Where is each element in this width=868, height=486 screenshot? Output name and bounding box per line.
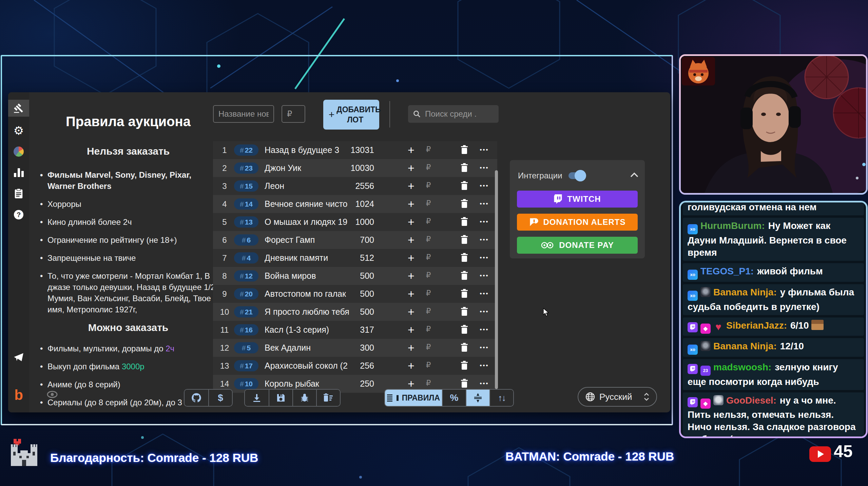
- lot-row[interactable]: 12#5Век Адалин300+•••: [213, 339, 497, 357]
- add-amount-button[interactable]: +: [405, 142, 418, 157]
- add-amount-button[interactable]: +: [405, 160, 418, 175]
- clear-list-button[interactable]: [316, 390, 340, 406]
- donation-alerts-connect-button[interactable]: DONATION ALERTS: [517, 214, 638, 231]
- add-amount-button[interactable]: +: [405, 322, 418, 337]
- sidebar-item-settings[interactable]: ⚙: [8, 122, 29, 139]
- add-amount-button[interactable]: +: [405, 178, 418, 193]
- lot-menu-button[interactable]: •••: [477, 251, 492, 265]
- row-amount-input[interactable]: [422, 198, 435, 208]
- lot-menu-button[interactable]: •••: [477, 287, 492, 300]
- lot-menu-button[interactable]: •••: [477, 323, 492, 336]
- sidebar-item-help[interactable]: ?: [8, 206, 29, 223]
- donate-button[interactable]: $: [208, 390, 232, 406]
- lot-menu-button[interactable]: •••: [477, 305, 492, 318]
- lot-menu-button[interactable]: •••: [477, 377, 492, 390]
- sidebar-item-requests[interactable]: [8, 185, 29, 202]
- search-box[interactable]: [408, 105, 499, 123]
- github-button[interactable]: [185, 390, 208, 406]
- row-amount-input[interactable]: [422, 252, 435, 262]
- lot-row[interactable]: 7#4Дневник памяти512+•••: [213, 249, 497, 267]
- lot-menu-button[interactable]: •••: [477, 215, 492, 229]
- percent-view-button[interactable]: %: [442, 390, 466, 406]
- sidebar-item-auction[interactable]: [8, 100, 29, 117]
- lot-row[interactable]: 3#15Леон2556+•••: [213, 177, 497, 195]
- lot-menu-button[interactable]: •••: [477, 179, 492, 193]
- lot-menu-button[interactable]: •••: [477, 197, 492, 211]
- delete-lot-button[interactable]: [459, 253, 469, 264]
- download-button[interactable]: [245, 390, 269, 406]
- row-amount-input[interactable]: [422, 342, 435, 352]
- lot-row[interactable]: 10#21Я просто люблю тебя500+•••: [213, 303, 497, 321]
- row-amount-input[interactable]: [422, 180, 435, 190]
- add-amount-button[interactable]: +: [405, 286, 418, 301]
- delete-lot-button[interactable]: [459, 163, 469, 174]
- twitch-connect-button[interactable]: TWITCH: [517, 191, 638, 208]
- add-amount-button[interactable]: +: [405, 358, 418, 373]
- lots-scrollbar[interactable]: [495, 170, 498, 389]
- delete-lot-button[interactable]: [459, 235, 469, 246]
- lot-menu-button[interactable]: •••: [477, 143, 492, 157]
- lot-row[interactable]: 6#6Форест Гамп700+•••: [213, 231, 497, 249]
- lot-row[interactable]: 8#12Война миров500+•••: [213, 267, 497, 285]
- row-amount-input[interactable]: [422, 378, 435, 388]
- language-select[interactable]: Русский: [578, 387, 657, 407]
- lot-menu-button[interactable]: •••: [477, 341, 492, 354]
- add-amount-button[interactable]: +: [405, 250, 418, 265]
- lot-row[interactable]: 9#20Автостопом по галак500+•••: [213, 285, 497, 303]
- delete-lot-button[interactable]: [459, 289, 469, 299]
- lot-row[interactable]: 13#17Арахисовый сокол (2256+•••: [213, 357, 497, 375]
- add-amount-button[interactable]: +: [405, 268, 418, 283]
- lot-row[interactable]: 4#14Вечное сияние чисто1024+•••: [213, 195, 497, 213]
- add-lot-button[interactable]: +ДОБАВИТЬ ЛОТ: [323, 100, 379, 130]
- add-amount-button[interactable]: +: [405, 214, 418, 229]
- row-amount-input[interactable]: [422, 360, 435, 370]
- save-button[interactable]: [269, 390, 292, 406]
- delete-lot-button[interactable]: [459, 378, 469, 389]
- eye-icon[interactable]: [47, 391, 58, 400]
- sidebar-item-wheel[interactable]: [8, 143, 29, 160]
- row-amount-input[interactable]: [422, 234, 435, 244]
- add-amount-button[interactable]: +: [405, 196, 418, 211]
- add-amount-button[interactable]: +: [405, 304, 418, 319]
- lot-menu-button[interactable]: •••: [477, 269, 492, 283]
- delete-lot-button[interactable]: [459, 145, 469, 156]
- row-amount-input[interactable]: [422, 324, 435, 334]
- lot-menu-button[interactable]: •••: [477, 161, 492, 175]
- view-toolbar-group: ПРАВИЛА % ↑↓: [384, 389, 514, 407]
- row-amount-input[interactable]: [422, 216, 435, 226]
- bug-report-button[interactable]: [292, 390, 316, 406]
- row-amount-input[interactable]: [422, 288, 435, 298]
- search-input[interactable]: [424, 109, 494, 119]
- rules-view-button[interactable]: ПРАВИЛА: [385, 390, 442, 406]
- row-amount-input[interactable]: [422, 270, 435, 280]
- sidebar-item-statistics[interactable]: [8, 164, 29, 181]
- lot-row[interactable]: 1#22Назад в будущее 313031+•••: [213, 141, 497, 159]
- split-view-button[interactable]: [466, 390, 489, 406]
- delete-lot-button[interactable]: [459, 217, 469, 228]
- collapse-chevron-icon[interactable]: [630, 172, 639, 179]
- delete-lot-button[interactable]: [459, 343, 469, 353]
- delete-lot-button[interactable]: [459, 271, 469, 281]
- lot-row[interactable]: 5#13О мышах и людях 191000+•••: [213, 213, 497, 231]
- delete-lot-button[interactable]: [459, 325, 469, 335]
- delete-lot-button[interactable]: [459, 307, 469, 317]
- sort-button[interactable]: ↑↓: [489, 390, 513, 406]
- lot-menu-button[interactable]: •••: [477, 359, 492, 372]
- add-amount-button[interactable]: +: [405, 232, 418, 247]
- sidebar-item-boosty[interactable]: b: [8, 387, 29, 404]
- row-amount-input[interactable]: [422, 162, 435, 172]
- add-amount-button[interactable]: +: [405, 340, 418, 355]
- lot-row[interactable]: 11#16Касл (1-3 серия)317+•••: [213, 321, 497, 339]
- delete-lot-button[interactable]: [459, 181, 469, 192]
- row-amount-input[interactable]: [422, 306, 435, 316]
- integrations-toggle[interactable]: [568, 172, 585, 179]
- delete-lot-button[interactable]: [459, 361, 469, 371]
- lot-row[interactable]: 2#23Джон Уик10030+•••: [213, 159, 497, 177]
- sidebar-item-telegram[interactable]: [8, 349, 29, 366]
- delete-lot-button[interactable]: [459, 199, 469, 210]
- new-lot-cost-input[interactable]: [282, 105, 305, 123]
- donate-pay-connect-button[interactable]: DONATE PAY: [517, 237, 638, 254]
- lot-menu-button[interactable]: •••: [477, 233, 492, 247]
- new-lot-name-input[interactable]: [213, 105, 274, 123]
- row-amount-input[interactable]: [422, 144, 435, 154]
